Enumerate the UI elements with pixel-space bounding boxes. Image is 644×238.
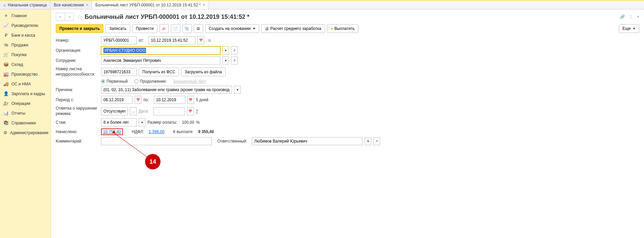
content-area: ← → ☆ Больничный лист УРБП-000001 от 10.… [51, 9, 644, 238]
seniority-label: Стаж: [56, 120, 101, 125]
period-label: Период с: [56, 97, 101, 102]
more-button[interactable]: Еще▼ [619, 24, 639, 33]
sidebar-item-os-nma[interactable]: 🚚ОС и НМА [0, 79, 51, 89]
close-icon[interactable]: × [86, 3, 88, 7]
tab-label: Все начисления [54, 3, 84, 7]
load-from-file-button[interactable]: Загрузить из файла [181, 68, 226, 76]
percent-label: % [196, 120, 200, 125]
dropdown-icon[interactable]: ▾ [139, 118, 145, 126]
help-link[interactable]: ? [196, 109, 198, 114]
number-label: Номер: [56, 38, 101, 43]
list-icon[interactable]: ▤ [206, 36, 213, 44]
sidebar-label: Главное [11, 13, 27, 18]
sidebar-item-production[interactable]: 🏭Производство [0, 69, 51, 79]
calendar-icon[interactable]: 📅 [187, 107, 194, 115]
dropdown-icon[interactable]: ▾ [222, 56, 229, 65]
sidebar-item-purchases[interactable]: 🛒Покупки [0, 50, 51, 60]
sidebar-item-main[interactable]: ≡Главное [0, 11, 51, 21]
sidebar-item-admin[interactable]: ⚙Администрирование [0, 128, 51, 137]
ndfl-label: НДФЛ: [132, 129, 146, 134]
dropdown-icon[interactable]: ▾ [365, 137, 371, 145]
dtkt-icon: Дт [3, 101, 9, 106]
sidebar-item-references[interactable]: 📚Справочники [0, 118, 51, 128]
open-icon[interactable]: ↗ [231, 56, 238, 65]
cart-icon: 🛒 [3, 52, 9, 57]
sidebar-label: Банк и касса [11, 33, 35, 38]
dropdown-icon[interactable]: ▾ [234, 86, 241, 94]
calendar-icon[interactable]: 📅 [135, 96, 141, 104]
page-title: Больничный лист УРБП-000001 от 10.12.201… [85, 13, 249, 21]
tab-accruals[interactable]: Все начисления × [50, 1, 92, 9]
forward-button[interactable]: → [65, 13, 74, 21]
days-label: 5 дней [196, 97, 209, 102]
violation-input[interactable] [101, 107, 128, 115]
attach-button[interactable]: 📎 [182, 24, 192, 33]
responsible-label: Ответственный: [217, 139, 250, 144]
period-to-input[interactable] [154, 96, 185, 104]
organization-input[interactable]: УРБАН СТУДИО ООО [101, 46, 220, 54]
calendar-icon[interactable]: 📅 [197, 36, 204, 44]
reason-select[interactable] [101, 86, 232, 94]
post-and-close-button[interactable]: Провести и закрыть [56, 24, 103, 33]
to-pay-label: К выплате: [173, 129, 196, 134]
chart-icon: 📈 [3, 23, 9, 28]
dtkt-button[interactable]: Дт [159, 24, 169, 33]
get-from-fss-button[interactable]: Получить из ФСС [139, 68, 179, 76]
kebab-icon[interactable]: ⋮ [629, 14, 633, 19]
form: Номер: от: 📅 ▤ Организация: УРБАН СТУДИО… [56, 36, 425, 145]
calendar-icon[interactable]: 📅 [187, 96, 194, 104]
ndfl-link[interactable]: 1 398,00 [149, 129, 165, 134]
tab-home[interactable]: ⌂ Начальная страница [0, 1, 50, 9]
close-page-icon[interactable]: × [637, 14, 639, 19]
sidebar-item-reports[interactable]: 📊Отчеты [0, 108, 51, 118]
truck-icon: 🚚 [3, 81, 9, 86]
violation-date-input[interactable] [153, 107, 185, 115]
person-icon: 👤 [3, 91, 9, 96]
close-icon[interactable]: × [203, 3, 205, 7]
document-button[interactable]: 📄 [171, 24, 180, 33]
pay-button[interactable]: ●Выплатить [327, 24, 359, 33]
sidebar-item-sales[interactable]: 🛍Продажи [0, 40, 51, 50]
sidebar-item-salary[interactable]: 👤Зарплата и кадры [0, 89, 51, 98]
pay-size-label: Размер оплаты: [147, 120, 180, 125]
post-button[interactable]: Провести [132, 24, 157, 33]
date-input[interactable] [148, 36, 195, 44]
favorite-star-icon[interactable]: ☆ [77, 13, 83, 21]
reason-label: Причина: [56, 87, 101, 92]
write-button[interactable]: Записать [105, 24, 130, 33]
employee-input[interactable] [101, 56, 220, 65]
open-icon[interactable]: ↗ [231, 46, 238, 54]
tab-sick-leave[interactable]: Больничный лист УРБП-000001 от 10.12.201… [92, 1, 209, 9]
org-label: Организация: [56, 48, 101, 53]
number-input[interactable] [101, 36, 137, 44]
radio-primary[interactable]: Первичный [101, 79, 128, 84]
sidebar-item-manager[interactable]: 📈Руководителю [0, 21, 51, 30]
ellipsis-icon[interactable]: … [130, 107, 137, 115]
sidebar: ≡Главное 📈Руководителю ₽Банк и касса 🛍Пр… [0, 9, 51, 238]
sidebar-item-operations[interactable]: ДтОперации [0, 98, 51, 108]
sheet-number-input[interactable] [101, 68, 137, 76]
pay-size-value: 100,00 [182, 120, 194, 125]
create-based-on-button[interactable]: Создать на основании▼ [205, 24, 259, 33]
comment-input[interactable] [101, 137, 212, 145]
sick-leave-link[interactable]: Больничный лист [173, 79, 206, 84]
responsible-input[interactable] [252, 137, 363, 145]
sidebar-label: Отчеты [11, 111, 25, 116]
seniority-select[interactable] [101, 118, 137, 126]
sidebar-label: Операции [11, 101, 30, 106]
period-from-input[interactable] [101, 96, 133, 104]
sidebar-item-warehouse[interactable]: 📦Склад [0, 60, 51, 69]
link-icon[interactable]: 🔗 [620, 14, 625, 19]
sidebar-item-bank[interactable]: ₽Банк и касса [0, 30, 51, 40]
sheet-label: Номер листка нетрудоспособности: [56, 67, 101, 77]
radio-continuation[interactable]: Продолжение: [134, 79, 167, 84]
calc-average-button[interactable]: 🖨Расчет среднего заработка [261, 24, 325, 33]
dropdown-icon[interactable]: ▾ [222, 46, 229, 54]
factory-icon: 🏭 [3, 72, 9, 77]
open-icon[interactable]: ↗ [373, 137, 380, 145]
back-button[interactable]: ← [56, 13, 65, 21]
box-icon: 📦 [3, 62, 9, 67]
copy-button[interactable]: ⧉ [194, 24, 203, 33]
comment-label: Комментарий: [56, 139, 101, 144]
accrued-label: Начислено: [56, 129, 101, 134]
